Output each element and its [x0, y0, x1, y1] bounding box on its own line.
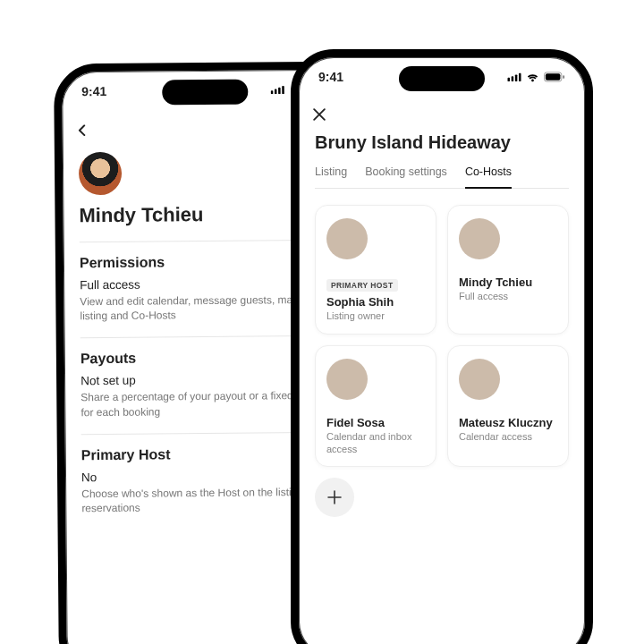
cohost-role: Calendar access [459, 431, 557, 444]
chevron-left-icon [77, 124, 89, 136]
close-icon [313, 108, 326, 121]
svg-rect-1 [275, 89, 277, 94]
svg-rect-7 [508, 78, 511, 81]
dynamic-island [162, 80, 248, 106]
wifi-icon [526, 72, 539, 82]
cohost-role: Full access [459, 291, 557, 303]
avatar [459, 218, 500, 259]
cohost-name: Sophia Shih [326, 295, 425, 309]
cohost-card[interactable]: Mindy Tchieu Full access [447, 205, 569, 335]
status-time: 9:41 [81, 84, 106, 98]
page-title: Bruny Island Hideaway [315, 132, 569, 153]
svg-rect-0 [271, 90, 274, 94]
avatar [326, 218, 368, 259]
cohost-name: Fidel Sosa [326, 416, 425, 429]
cohost-name: Mindy Tchieu [459, 275, 557, 289]
avatar [459, 359, 500, 400]
add-cohost-button[interactable] [315, 478, 354, 517]
avatar [326, 359, 368, 400]
svg-rect-2 [278, 88, 281, 95]
svg-rect-8 [512, 76, 514, 81]
cohost-name: Mateusz Kluczny [459, 416, 557, 429]
tab-listing[interactable]: Listing [315, 165, 347, 188]
plus-icon [326, 489, 343, 505]
close-button[interactable] [313, 107, 569, 123]
svg-rect-10 [519, 73, 521, 81]
cellular-icon [270, 85, 284, 94]
cohost-role: Calendar and inbox access [326, 431, 425, 456]
primary-host-badge: PRIMARY HOST [326, 279, 398, 292]
cohost-card[interactable]: Fidel Sosa Calendar and inbox access [315, 345, 436, 468]
cohost-role: Listing owner [326, 310, 425, 323]
svg-rect-13 [563, 75, 564, 79]
battery-icon [544, 72, 565, 82]
cohost-card[interactable]: PRIMARY HOST Sophia Shih Listing owner [315, 205, 436, 335]
cohost-grid: PRIMARY HOST Sophia Shih Listing owner M… [315, 205, 569, 467]
phone-cohosts-list: 9:41 Bruny Island Hideaway Listing Booki… [291, 49, 593, 644]
cellular-icon [507, 72, 521, 81]
status-icons [507, 72, 565, 82]
tab-booking-settings[interactable]: Booking settings [365, 165, 447, 188]
dynamic-island [399, 66, 485, 91]
svg-rect-3 [282, 86, 284, 94]
svg-rect-9 [515, 75, 518, 82]
profile-avatar [79, 152, 122, 195]
svg-rect-12 [546, 73, 561, 80]
status-time: 9:41 [318, 70, 343, 84]
tabs: Listing Booking settings Co-Hosts [315, 165, 569, 189]
cohost-card[interactable]: Mateusz Kluczny Calendar access [447, 345, 569, 468]
tab-cohosts[interactable]: Co-Hosts [465, 165, 512, 189]
